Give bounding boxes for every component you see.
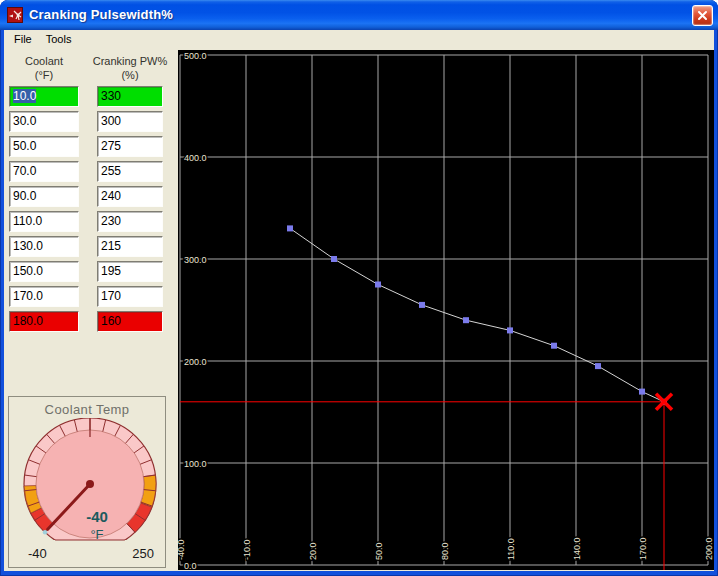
gauge-min-label: -40 [28,546,47,561]
selected-text: 10.0 [13,89,36,103]
pw-cell[interactable]: 240 [97,186,163,207]
x-tick-label: 80.0 [440,542,450,560]
y-tick-label: 400.0 [184,153,207,163]
table-row: 130.0215 [9,236,163,257]
title-bar[interactable]: Cranking Pulsewidth% [0,0,718,30]
table-row: 180.0160 [9,311,163,332]
table-row: 150.0195 [9,261,163,282]
gauge-units: °F [90,527,103,542]
coolant-cell[interactable]: 150.0 [9,261,79,282]
gauge-hub [86,480,94,488]
coolant-column-header: Coolant (°F) [7,54,81,82]
gauge-needle-tip-dot [43,530,47,534]
pw-cell[interactable]: 300 [97,111,163,132]
coolant-header-text: Coolant [7,54,81,68]
coolant-cell[interactable]: 180.0 [9,311,79,332]
coolant-cell[interactable]: 90.0 [9,186,79,207]
pw-header-units: (%) [92,68,168,82]
pw-cell[interactable]: 275 [97,136,163,157]
x-tick-label: 50.0 [374,542,384,560]
data-point-marker[interactable] [639,389,645,395]
gauge-title: Coolant Temp [9,402,165,417]
y-tick-label: 500.0 [184,51,207,61]
coolant-temp-gauge: -40°F-40250 [9,418,167,564]
window-title: Cranking Pulsewidth% [29,7,173,22]
data-line [290,228,664,401]
gauge-value: -40 [86,508,108,525]
pw-cell[interactable]: 255 [97,161,163,182]
client-area: Coolant (°F) Cranking PW% (%) 10.033030.… [4,47,714,571]
x-tick-label: 110.0 [506,538,516,560]
coolant-gauge-frame: Coolant Temp -40°F-40250 [8,396,166,568]
y-tick-label: 300.0 [184,255,207,265]
table-row: 90.0240 [9,186,163,207]
value-table: 10.033030.030050.027570.025590.0240110.0… [9,86,163,336]
close-button[interactable] [692,5,713,26]
coolant-cell[interactable]: 50.0 [9,136,79,157]
table-row: 110.0230 [9,211,163,232]
y-tick-label: 0.0 [184,561,197,571]
coolant-cell[interactable]: 110.0 [9,211,79,232]
table-row: 170.0170 [9,286,163,307]
data-point-marker[interactable] [595,363,601,369]
close-icon [697,10,708,21]
coolant-cell[interactable]: 130.0 [9,236,79,257]
app-window: Cranking Pulsewidth% File Tools Coolant … [0,0,718,576]
table-row: 30.0300 [9,111,163,132]
data-point-marker[interactable] [375,282,381,288]
table-row: 10.0330 [9,86,163,107]
x-tick-label: -10.0 [242,539,252,560]
coolant-cell[interactable]: 70.0 [9,161,79,182]
x-tick-label: 200.0 [704,537,714,560]
gauge-max-label: 250 [132,546,154,561]
menu-tools[interactable]: Tools [39,32,79,46]
pw-cell[interactable]: 195 [97,261,163,282]
data-point-marker[interactable] [463,317,469,323]
coolant-header-units: (°F) [7,68,81,82]
pw-cell[interactable]: 330 [97,86,163,107]
pw-cell[interactable]: 160 [97,311,163,332]
coolant-cell[interactable]: 10.0 [9,86,79,107]
data-point-marker[interactable] [507,327,513,333]
table-row: 70.0255 [9,161,163,182]
y-tick-label: 100.0 [184,459,207,469]
x-tick-label: 170.0 [638,537,648,560]
data-point-marker[interactable] [287,225,293,231]
pw-cell[interactable]: 230 [97,211,163,232]
coolant-cell[interactable]: 170.0 [9,286,79,307]
cranking-pw-chart: 0.0100.0200.0300.0400.0500.0-40.0-10.020… [178,50,714,570]
data-point-marker[interactable] [419,302,425,308]
app-icon [7,7,23,23]
x-tick-label: 140.0 [572,537,582,560]
menu-file[interactable]: File [7,32,39,46]
pw-cell[interactable]: 170 [97,286,163,307]
x-tick-label: -40.0 [178,539,186,560]
pw-header-text: Cranking PW% [92,54,168,68]
pw-column-header: Cranking PW% (%) [92,54,168,82]
menu-bar: File Tools [4,30,714,47]
y-tick-label: 200.0 [184,357,207,367]
x-tick-label: 20.0 [308,542,318,560]
data-point-marker[interactable] [331,256,337,262]
coolant-cell[interactable]: 30.0 [9,111,79,132]
data-point-marker[interactable] [551,343,557,349]
pw-cell[interactable]: 215 [97,236,163,257]
table-row: 50.0275 [9,136,163,157]
